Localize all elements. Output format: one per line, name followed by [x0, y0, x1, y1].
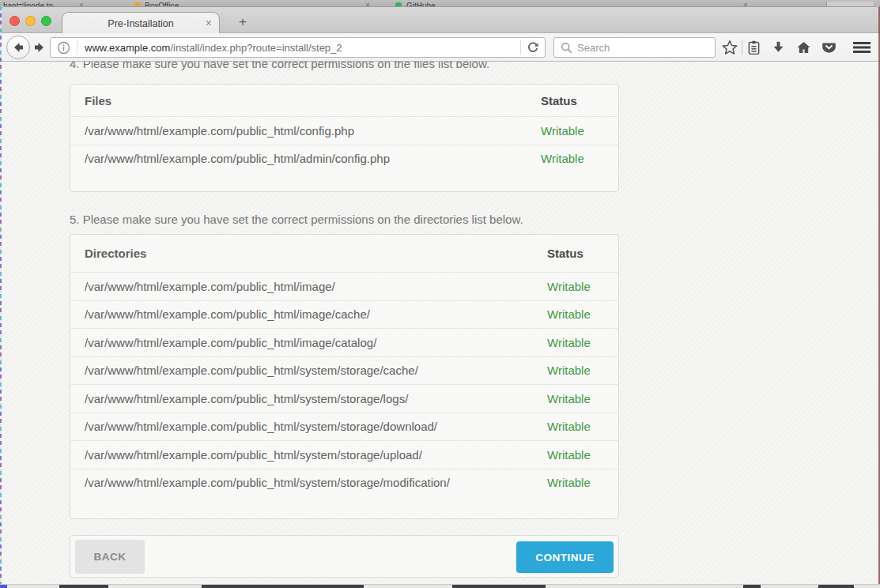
- step5-instruction: 5. Please make sure you have set the cor…: [70, 213, 523, 226]
- table-row: /var/www/html/example.com/public_html/ad…: [70, 145, 618, 173]
- table-row: /var/www/html/example.com/public_html/sy…: [70, 356, 618, 385]
- background-fragment: [0, 584, 7, 588]
- bookmarks-list-icon[interactable]: [744, 38, 763, 57]
- table-row: /var/www/html/example.com/public_html/sy…: [70, 469, 618, 497]
- bookmark-star-icon[interactable]: [720, 38, 739, 57]
- background-tab-favicon: [134, 2, 141, 6]
- background-new-tab-area: [826, 2, 874, 6]
- background-tab-label: hant=linode.to: [3, 2, 53, 6]
- status-column-header: Status: [547, 247, 604, 260]
- search-placeholder: Search: [577, 42, 610, 54]
- urlbar-divider: [520, 40, 521, 55]
- table-row: /var/www/html/example.com/public_html/co…: [70, 116, 618, 145]
- status-badge: Writable: [547, 336, 604, 349]
- background-fragment: [743, 585, 761, 588]
- home-icon[interactable]: [794, 38, 813, 57]
- desktop-edge-left: [0, 6, 2, 585]
- table-row: /var/www/html/example.com/public_html/sy…: [70, 440, 618, 469]
- tab-close-icon[interactable]: ×: [206, 17, 212, 29]
- menu-hamburger-icon[interactable]: [852, 38, 871, 57]
- downloads-icon[interactable]: [769, 38, 787, 57]
- directory-path: /var/www/html/example.com/public_html/im…: [85, 336, 547, 349]
- window-minimize-button[interactable]: [25, 16, 36, 26]
- background-window-bottom-sliver: [0, 584, 880, 588]
- background-fragment: [818, 585, 854, 588]
- urlbar-divider: [77, 40, 77, 55]
- directory-path: /var/www/html/example.com/public_html/sy…: [85, 420, 547, 433]
- directory-path: /var/www/html/example.com/public_html/sy…: [85, 448, 547, 462]
- background-tab-favicon: [395, 2, 402, 6]
- page-content: 4. Please make sure you have set the cor…: [2, 62, 878, 584]
- site-info-icon[interactable]: [57, 41, 70, 55]
- navigation-toolbar: www.example.com/install/index.php?route=…: [0, 33, 880, 62]
- window-close-button[interactable]: [9, 16, 20, 26]
- status-badge: Writable: [547, 364, 604, 377]
- file-path: /var/www/html/example.com/public_html/ad…: [85, 152, 541, 165]
- window-zoom-button[interactable]: [41, 16, 51, 26]
- url-domain: www.example.com: [85, 42, 170, 54]
- file-path: /var/www/html/example.com/public_html/co…: [85, 124, 541, 138]
- directories-table-header: Directories Status: [70, 235, 618, 272]
- buttons-bar: BACK CONTINUE: [70, 535, 619, 578]
- table-row: /var/www/html/example.com/public_html/im…: [70, 328, 618, 356]
- files-table: Files Status /var/www/html/example.com/p…: [70, 84, 619, 192]
- status-badge: Writable: [547, 280, 604, 293]
- status-badge: Writable: [547, 307, 604, 321]
- forward-button[interactable]: [33, 41, 46, 54]
- status-badge: Writable: [547, 392, 604, 405]
- directory-path: /var/www/html/example.com/public_html/sy…: [85, 476, 547, 489]
- table-row: /var/www/html/example.com/public_html/sy…: [70, 413, 618, 441]
- table-row: /var/www/html/example.com/public_html/sy…: [70, 384, 618, 413]
- directories-table: Directories Status /var/www/html/example…: [70, 234, 619, 519]
- back-arrow-icon: [12, 41, 25, 54]
- table-row: /var/www/html/example.com/public_html/im…: [70, 272, 618, 300]
- background-tab-close-icon: ×: [79, 1, 84, 6]
- screen: hant=linode.to × BoxOffice × GitHube × P…: [0, 0, 880, 588]
- background-fragment: [452, 585, 546, 588]
- background-tab-label: BoxOffice: [145, 2, 179, 6]
- pocket-icon[interactable]: [819, 38, 838, 57]
- status-badge: Writable: [541, 152, 604, 165]
- url-text[interactable]: www.example.com/install/index.php?route=…: [85, 42, 520, 54]
- url-bar[interactable]: www.example.com/install/index.php?route=…: [50, 37, 546, 58]
- status-badge: Writable: [547, 448, 604, 462]
- url-path: /install/index.php?route=install/step_2: [170, 42, 342, 54]
- table-row: /var/www/html/example.com/public_html/im…: [70, 300, 618, 329]
- search-input[interactable]: Search: [553, 37, 716, 58]
- directory-path: /var/www/html/example.com/public_html/sy…: [85, 392, 547, 405]
- background-tab-close-icon: ×: [365, 1, 370, 6]
- background-tab-label: GitHube: [406, 2, 436, 6]
- directories-column-header: Directories: [85, 247, 547, 260]
- directory-path: /var/www/html/example.com/public_html/im…: [85, 280, 547, 293]
- status-column-header: Status: [541, 94, 604, 107]
- toolbar-divider: [742, 40, 742, 55]
- directory-path: /var/www/html/example.com/public_html/sy…: [85, 364, 547, 377]
- reload-icon[interactable]: [527, 41, 539, 54]
- tab-bar: Pre-Installation × +: [0, 6, 880, 33]
- continue-button[interactable]: CONTINUE: [516, 541, 614, 573]
- status-badge: Writable: [547, 420, 604, 433]
- tab-title: Pre-Installation: [108, 18, 173, 29]
- status-badge: Writable: [541, 124, 604, 138]
- background-tab-close-icon: ×: [743, 1, 748, 6]
- search-icon: [561, 42, 572, 54]
- status-badge: Writable: [547, 476, 604, 489]
- files-table-header: Files Status: [70, 85, 618, 116]
- back-button[interactable]: [6, 36, 30, 59]
- background-fragment: [202, 585, 364, 588]
- background-fragment: [59, 585, 108, 588]
- directory-path: /var/www/html/example.com/public_html/im…: [85, 307, 547, 321]
- files-column-header: Files: [85, 94, 541, 107]
- new-tab-button[interactable]: +: [239, 14, 247, 30]
- forward-arrow-icon: [33, 41, 46, 54]
- tab-pre-installation[interactable]: Pre-Installation ×: [62, 12, 220, 34]
- background-window-top-sliver: hant=linode.to × BoxOffice × GitHube ×: [0, 0, 880, 6]
- back-step-button[interactable]: BACK: [75, 540, 145, 574]
